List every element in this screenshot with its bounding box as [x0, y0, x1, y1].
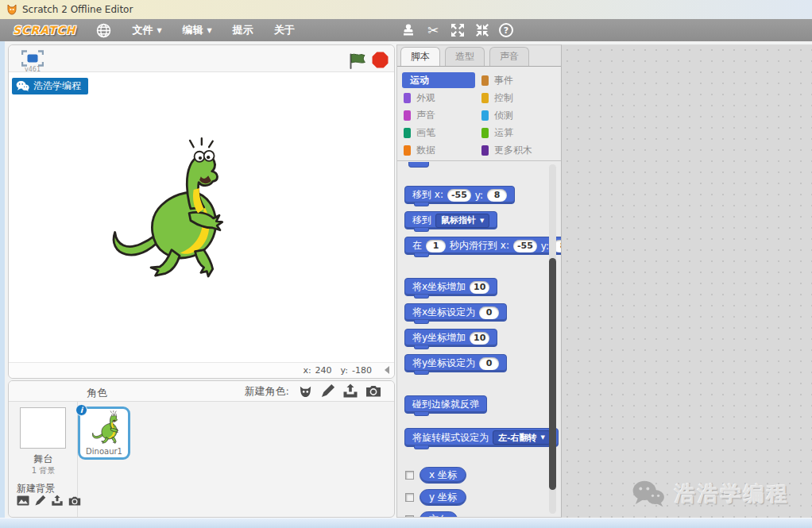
- scratch-cat-icon: [6, 4, 17, 15]
- duplicate-stamp-icon[interactable]: [400, 22, 416, 38]
- category-looks[interactable]: 外观: [404, 90, 435, 106]
- block-partially-scrolled[interactable]: [408, 162, 429, 168]
- category-sensing[interactable]: 侦测: [481, 107, 513, 123]
- delta-input[interactable]: 10: [470, 332, 489, 345]
- menu-edit-caret: ▼: [207, 27, 212, 34]
- block-set-rotation-style[interactable]: 将旋转模式设定为 左-右翻转 ▼: [404, 428, 559, 447]
- mouse-coords-bar: x: 240 y: -180: [9, 362, 394, 378]
- camera-backdrop-icon[interactable]: [68, 495, 81, 507]
- category-data[interactable]: 数据: [404, 142, 435, 158]
- reporter-x-position[interactable]: x 坐标: [420, 467, 466, 484]
- fullscreen-icon[interactable]: [21, 50, 44, 67]
- mouse-y-label: y:: [341, 365, 348, 376]
- rotation-style-dropdown[interactable]: 左-右翻转 ▼: [493, 430, 551, 445]
- stage-thumb-subtitle: 1 背景: [9, 465, 78, 476]
- menu-file[interactable]: 文件 ▼: [132, 23, 161, 37]
- category-motion[interactable]: 运动: [402, 72, 475, 88]
- category-sound[interactable]: 声音: [404, 107, 435, 123]
- upload-backdrop-icon[interactable]: [51, 495, 64, 507]
- monitor-checkbox-direction[interactable]: [405, 515, 414, 518]
- x-value-input[interactable]: -55: [513, 240, 537, 252]
- grow-sprite-icon[interactable]: [450, 22, 466, 38]
- monitor-checkbox-y-position[interactable]: [405, 493, 414, 502]
- paint-new-backdrop-icon[interactable]: [34, 495, 46, 507]
- category-operators[interactable]: 运算: [481, 125, 513, 141]
- category-data-chip: [404, 145, 411, 156]
- new-sprite-label: 新建角色:: [245, 384, 289, 399]
- y-value-input[interactable]: 8: [487, 189, 507, 202]
- sprites-pane-title: 角色: [87, 386, 107, 400]
- block-change-y[interactable]: 将y坐标增加 10: [404, 329, 497, 347]
- sprites-pane-header: 角色 新建角色:: [9, 381, 394, 402]
- block-go-to-xy[interactable]: 移到 x: -55 y: 8: [404, 186, 515, 204]
- cursor-tools: ✂ ?: [400, 19, 513, 41]
- secs-input[interactable]: 1: [426, 240, 446, 252]
- help-icon[interactable]: ?: [499, 23, 513, 37]
- green-flag-icon[interactable]: [348, 52, 367, 69]
- monitor-checkbox-x-position[interactable]: [405, 471, 414, 480]
- delete-scissors-icon[interactable]: ✂: [425, 22, 441, 38]
- menu-about[interactable]: 关于: [274, 23, 295, 37]
- version-label: v461: [21, 66, 44, 73]
- tab-sounds[interactable]: 声音: [489, 47, 529, 66]
- sprite-thumbnail-dinoaur1[interactable]: i Dinoaur1: [78, 407, 130, 460]
- language-globe-icon[interactable]: [96, 23, 111, 38]
- window-title: Scratch 2 Offline Editor: [22, 4, 133, 15]
- menu-tips[interactable]: 提示: [233, 23, 253, 37]
- x-value-input[interactable]: -55: [447, 189, 471, 202]
- category-pen[interactable]: 画笔: [404, 125, 435, 141]
- stage-thumb-title: 舞台: [9, 453, 78, 466]
- value-input[interactable]: 0: [479, 306, 499, 319]
- reporter-y-position[interactable]: y 坐标: [420, 489, 466, 506]
- wechat-icon: [16, 80, 29, 92]
- category-events[interactable]: 事件: [481, 72, 513, 88]
- value-input[interactable]: 0: [479, 357, 499, 370]
- block-change-x[interactable]: 将x坐标增加 10: [404, 278, 497, 296]
- sprite-info-icon[interactable]: i: [75, 404, 87, 416]
- category-control[interactable]: 控制: [481, 90, 513, 106]
- palette-scrollbar-thumb[interactable]: [549, 258, 556, 490]
- category-more-blocks[interactable]: 更多积木: [481, 142, 532, 158]
- editor-tabbar: 脚本 造型 声音: [397, 45, 561, 67]
- menu-edit[interactable]: 编辑 ▼: [183, 23, 212, 37]
- category-operators-chip: [481, 128, 489, 138]
- reporter-direction[interactable]: 方向: [420, 511, 458, 518]
- block-set-y[interactable]: 将y坐标设定为 0: [404, 354, 507, 372]
- scripts-workspace[interactable]: 浩浩学编程: [562, 44, 812, 518]
- category-events-chip: [481, 75, 489, 86]
- delta-input[interactable]: 10: [470, 281, 489, 294]
- tab-costumes[interactable]: 造型: [445, 47, 485, 66]
- mouse-y-value: -180: [352, 365, 372, 376]
- stop-sign-icon[interactable]: [372, 52, 389, 68]
- upload-sprite-icon[interactable]: [342, 383, 358, 399]
- sprites-pane: 角色 新建角色: 舞台 1 背景 新建背景: [8, 380, 395, 518]
- tab-scripts[interactable]: 脚本: [400, 47, 440, 66]
- stage-panel: v461 浩浩学编程 x: 240 y: -180: [8, 44, 395, 379]
- window-left-border: [0, 41, 5, 518]
- block-set-x[interactable]: 将x坐标设定为 0: [404, 303, 507, 322]
- category-pen-chip: [404, 128, 411, 138]
- sprite-name: Dinoaur1: [80, 447, 128, 456]
- new-backdrop-label: 新建背景: [17, 482, 55, 495]
- paint-new-sprite-icon[interactable]: [320, 383, 335, 399]
- block-go-to-target[interactable]: 移到 鼠标指针 ▼: [404, 211, 497, 229]
- block-glide-to-xy[interactable]: 在 1 秒内滑行到 x: -55 y: 8: [404, 237, 562, 255]
- shrink-sprite-icon[interactable]: [474, 22, 490, 38]
- category-selector: 运动 外观 声音 画笔 数据 事件 控制 侦测: [397, 67, 561, 161]
- block-if-on-edge-bounce[interactable]: 碰到边缘就反弹: [404, 395, 487, 414]
- stage-selector-column: 舞台 1 背景 新建背景: [9, 402, 78, 518]
- camera-sprite-icon[interactable]: [365, 384, 381, 398]
- watermark-badge-text: 浩浩学编程: [33, 79, 81, 93]
- palette-scrollbar[interactable]: [549, 164, 556, 514]
- stage-resize-handle[interactable]: [385, 366, 389, 374]
- target-dropdown[interactable]: 鼠标指针 ▼: [435, 214, 489, 228]
- stage-thumbnail[interactable]: [20, 407, 66, 449]
- window-bottom-border: [0, 518, 812, 528]
- new-sprite-toolbar: 新建角色:: [245, 383, 381, 399]
- category-looks-chip: [404, 93, 411, 103]
- watermark-text: 浩浩学编程: [675, 480, 790, 508]
- sprite-thumb-image: [87, 410, 122, 444]
- choose-backdrop-from-library-icon[interactable]: [17, 495, 29, 506]
- dinosaur-sprite[interactable]: [92, 136, 239, 280]
- choose-sprite-from-library-icon[interactable]: [298, 383, 313, 399]
